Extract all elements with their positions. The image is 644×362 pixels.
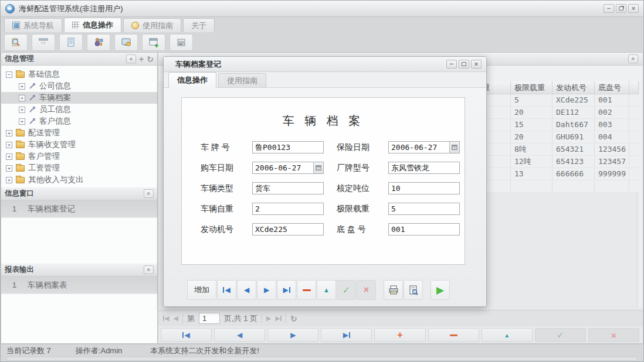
tree-item-salary-mgmt[interactable]: + 工资管理	[1, 162, 157, 174]
tree-item-vehicle-finance[interactable]: + 车辆收支管理	[1, 139, 157, 151]
last-record-button[interactable]: ▶	[277, 280, 296, 300]
add-record-button[interactable]: +	[374, 328, 425, 342]
date-picker-button[interactable]	[313, 162, 323, 173]
dialog-maximize-button[interactable]	[459, 60, 469, 69]
expand-node-icon[interactable]: +	[6, 177, 12, 183]
last-page-button[interactable]: ▶	[275, 315, 281, 322]
prev-record-button[interactable]: ◀	[214, 328, 265, 342]
last-record-button[interactable]: ▶	[321, 328, 372, 342]
expand-node-icon[interactable]: +	[6, 165, 12, 172]
next-record-icon: ▶	[290, 331, 296, 339]
chassis-number-input[interactable]	[388, 223, 460, 235]
expand-node-icon[interactable]: +	[6, 153, 12, 160]
dialog-title-bar[interactable]: 车辆档案登记 − ×	[164, 57, 486, 72]
delete-record-icon	[450, 334, 457, 336]
collapse-node-icon[interactable]: −	[6, 71, 12, 78]
run-button[interactable]: ▶	[431, 280, 450, 300]
new-window-button[interactable]	[142, 34, 165, 51]
tree-item-other-income[interactable]: + 其他收入与支出	[1, 174, 157, 186]
collapse-sidebar-button[interactable]: «	[126, 54, 136, 63]
confirm-button[interactable]: ✓	[535, 328, 586, 342]
employee-button[interactable]	[87, 34, 110, 51]
expand-node-icon[interactable]: +	[6, 142, 12, 148]
add-icon[interactable]: +	[139, 55, 144, 63]
refresh-grid-button[interactable]: ↻	[290, 314, 297, 323]
expand-node-icon[interactable]: +	[19, 118, 25, 125]
tree-item-basic-info[interactable]: − 基础信息	[1, 69, 157, 80]
dialog-close-button[interactable]: ×	[471, 60, 482, 69]
tree-item-vehicle-archive[interactable]: + 车辆档案	[1, 92, 157, 104]
add-button[interactable]: 增加	[187, 280, 216, 300]
expand-node-icon[interactable]: +	[19, 83, 25, 90]
chevron-up-icon: «	[145, 192, 152, 196]
grid-cell: XCde225	[553, 94, 595, 106]
dialog-tab-info-ops[interactable]: 信息操作	[168, 72, 216, 88]
print-preview-button[interactable]	[404, 280, 423, 300]
cancel-button[interactable]: ×	[357, 280, 376, 300]
cancel-button[interactable]: ×	[588, 328, 639, 342]
tree-item-company-info[interactable]: + 公司信息	[1, 80, 157, 92]
collapse-panel-button[interactable]: «	[144, 189, 154, 198]
vehicle-type-input[interactable]	[252, 182, 324, 194]
list-item-vehicle-report[interactable]: 1 车辆档案表	[1, 276, 157, 294]
document-button[interactable]	[59, 34, 83, 51]
dialog-tab-guide[interactable]: 使用指南	[218, 73, 266, 87]
expand-node-icon[interactable]: +	[6, 130, 12, 136]
rated-tonnage-input[interactable]	[388, 182, 460, 194]
tab-user-guide[interactable]: 使用指南	[123, 18, 181, 32]
brand-model-input[interactable]	[388, 162, 460, 174]
column-header[interactable]: 底盘号	[595, 81, 629, 94]
list-item-label: 车辆档案表	[28, 280, 67, 291]
next-record-button[interactable]: ▶	[257, 280, 276, 300]
collapse-panel-button[interactable]: «	[144, 265, 154, 274]
next-record-button[interactable]: ▶	[267, 328, 318, 342]
delete-record-button[interactable]	[297, 280, 316, 300]
card-printer-button[interactable]	[170, 34, 193, 51]
window-title: 海鲜配送管理系统(非注册用户)	[19, 4, 123, 14]
tree-item-employee-info[interactable]: + 员工信息	[1, 104, 157, 115]
column-header[interactable]: 极限载重	[511, 81, 553, 94]
tree-item-customer-info[interactable]: + 客户信息	[1, 115, 157, 127]
page-number-input[interactable]	[199, 313, 220, 324]
plate-number-input[interactable]	[252, 141, 324, 153]
list-item-vehicle-register[interactable]: 1 车辆档案登记	[1, 200, 157, 218]
grid-cell	[511, 180, 553, 192]
date-picker-button[interactable]	[449, 142, 459, 153]
edit-record-button[interactable]: ▲	[317, 280, 336, 300]
tab-about[interactable]: 关于	[183, 18, 215, 32]
delete-record-button[interactable]	[428, 328, 479, 342]
next-record-icon: ▶	[264, 286, 269, 294]
grid-cell: 123457	[595, 156, 629, 168]
report-button[interactable]	[32, 34, 55, 51]
prev-record-button[interactable]: ◀	[237, 280, 256, 300]
search-button[interactable]	[4, 34, 28, 51]
chevron-up-icon: «	[630, 57, 636, 61]
confirm-button[interactable]: ✓	[337, 280, 356, 300]
vehicle-weight-input[interactable]	[252, 203, 324, 215]
refresh-icon[interactable]: ↻	[147, 55, 154, 63]
print-button[interactable]	[384, 280, 403, 300]
monitor-button[interactable]	[114, 34, 138, 51]
expand-node-icon[interactable]: +	[19, 95, 25, 101]
engine-number-input[interactable]	[252, 223, 324, 235]
tree-item-customer-mgmt[interactable]: + 客户管理	[1, 151, 157, 162]
tab-info-ops[interactable]: 信息操作	[64, 18, 121, 32]
expand-node-icon[interactable]: +	[19, 107, 25, 113]
tab-system-nav[interactable]: 系统导航	[4, 18, 62, 32]
edit-record-button[interactable]: ▲	[482, 328, 533, 342]
first-page-button[interactable]: ◀	[163, 315, 169, 322]
collapse-panel-button[interactable]: «	[628, 54, 638, 63]
vehicle-weight-label: 车辆自重	[201, 204, 248, 214]
minimize-button[interactable]: −	[604, 4, 614, 13]
grid-cell: 999999	[595, 168, 629, 180]
first-record-button[interactable]: ◀	[161, 328, 212, 342]
column-header[interactable]: 发动机号	[553, 81, 595, 94]
max-load-input[interactable]	[388, 203, 460, 215]
dialog-minimize-button[interactable]: −	[446, 60, 457, 69]
first-record-button[interactable]: ◀	[217, 280, 236, 300]
prev-page-button[interactable]: ◀	[173, 315, 178, 322]
restore-button[interactable]	[616, 4, 626, 13]
tree-item-delivery-mgmt[interactable]: + 配送管理	[1, 127, 157, 139]
close-button[interactable]: ×	[628, 4, 639, 13]
next-page-button[interactable]: ▶	[266, 315, 271, 322]
